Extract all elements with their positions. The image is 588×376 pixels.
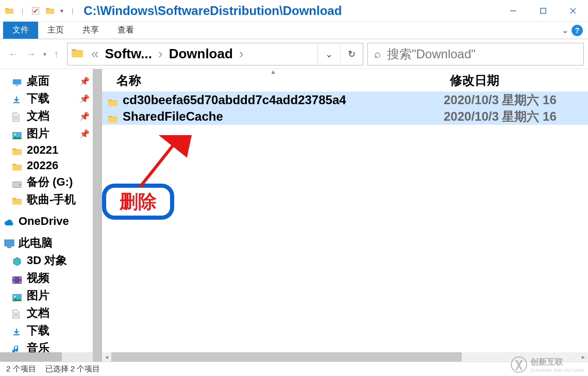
sidebar-item-label: 此电脑 <box>19 235 53 251</box>
nav-scrollbar-thumb[interactable] <box>93 69 102 203</box>
annotation-label: 删除 <box>120 189 157 215</box>
svg-rect-20 <box>20 277 21 279</box>
breadcrumb-segment[interactable]: Softw... <box>102 46 155 62</box>
annotation-callout: 删除 <box>102 184 174 220</box>
watermark: 创新互联 CHUANG XIN HU LIAN <box>511 356 584 373</box>
history-dropdown-icon[interactable]: ▾ <box>43 51 46 58</box>
refresh-button[interactable]: ↻ <box>340 43 363 65</box>
sidebar-item[interactable]: 3D 对象 <box>0 252 102 269</box>
qat-separator: | <box>20 7 25 14</box>
help-icon[interactable]: ? <box>572 25 583 36</box>
pc-icon <box>4 238 14 248</box>
download-icon <box>12 326 23 335</box>
folder-icon <box>12 161 23 170</box>
sidebar-item[interactable]: 文档 <box>0 304 102 322</box>
sidebar-item[interactable]: 备份 (G:) <box>0 173 102 191</box>
svg-point-14 <box>19 184 21 186</box>
desktop-icon <box>12 76 23 86</box>
close-button[interactable] <box>558 0 588 22</box>
nav-scrollbar-thumb[interactable] <box>93 234 102 342</box>
search-input[interactable]: ⌕ 搜索"Download" <box>367 43 584 66</box>
nav-horizontal-scrollbar[interactable] <box>0 352 93 362</box>
folder-icon <box>108 112 119 121</box>
breadcrumb-segment[interactable]: Download <box>166 46 236 62</box>
document-icon <box>12 308 23 318</box>
folder-icon <box>108 95 119 105</box>
cloud-icon <box>4 217 14 226</box>
folder-icon <box>72 48 84 60</box>
sidebar-item-label: 图片 <box>27 288 49 303</box>
folder-icon <box>12 145 23 155</box>
checkbox-icon[interactable] <box>31 7 40 15</box>
scrollbar-thumb[interactable] <box>111 352 462 362</box>
folder-icon <box>5 7 13 15</box>
tab-file[interactable]: 文件 <box>3 22 38 39</box>
file-date: 2020/10/3 星期六 16 <box>444 92 588 108</box>
file-row[interactable]: cd30beefa65d70abddd7c4add23785a42020/10/… <box>102 92 588 108</box>
back-button[interactable]: ← <box>8 48 19 60</box>
sort-indicator-icon: ▴ <box>272 69 275 75</box>
status-bar: 2 个项目 已选择 2 个项目 <box>0 362 588 376</box>
drive-icon <box>12 177 23 187</box>
maximize-button[interactable] <box>528 0 558 22</box>
sidebar-item[interactable]: 20226 <box>0 158 102 173</box>
sidebar-item[interactable]: 文档📌 <box>0 107 102 125</box>
column-headers: ▴ 名称 修改日期 <box>102 69 588 92</box>
column-header-date[interactable]: 修改日期 <box>444 69 588 91</box>
collapse-ribbon-icon[interactable]: ⌄ <box>562 25 568 35</box>
pin-icon: 📌 <box>79 111 90 121</box>
sidebar-item-thispc[interactable]: 此电脑 <box>0 234 102 252</box>
watermark-text: 创新互联 <box>530 357 584 368</box>
ribbon-tabs: 文件 主页 共享 查看 ⌄ ? <box>0 22 588 39</box>
sidebar-item[interactable]: 图片 <box>0 287 102 304</box>
sidebar-item-label: 文档 <box>27 108 49 124</box>
breadcrumb: « Softw... › Download › <box>88 46 247 62</box>
svg-rect-15 <box>5 240 14 246</box>
status-selection: 已选择 2 个项目 <box>45 364 100 374</box>
svg-rect-6 <box>15 85 18 86</box>
pin-icon: 📌 <box>79 129 90 139</box>
download-icon <box>12 94 23 103</box>
quick-access-toolbar: | ▾ | <box>0 7 75 15</box>
svg-rect-7 <box>13 102 20 103</box>
chevron-right-icon[interactable]: › <box>155 46 166 62</box>
sidebar-item[interactable]: 歌曲-手机 <box>0 191 102 208</box>
watermark-subtext: CHUANG XIN HU LIAN <box>530 368 584 373</box>
sidebar-item-label: 图片 <box>27 126 49 141</box>
sidebar-item-label: 20226 <box>27 159 58 172</box>
sidebar-item[interactable]: 图片📌 <box>0 125 102 142</box>
file-rows: cd30beefa65d70abddd7c4add23785a42020/10/… <box>102 92 588 125</box>
tab-share[interactable]: 共享 <box>73 22 108 39</box>
sidebar-item[interactable]: 视频 <box>0 269 102 287</box>
tab-home[interactable]: 主页 <box>38 22 73 39</box>
svg-point-12 <box>14 134 16 136</box>
3d-icon <box>12 256 23 265</box>
sidebar-item[interactable]: 下载 <box>0 322 102 339</box>
minimize-button[interactable] <box>498 0 528 22</box>
sidebar-item-label: 3D 对象 <box>27 253 67 268</box>
sidebar-item-label: 文档 <box>27 305 49 321</box>
file-row[interactable]: SharedFileCache2020/10/3 星期六 16 <box>102 108 588 125</box>
qat-dropdown-icon[interactable]: ▾ <box>60 7 63 14</box>
svg-rect-27 <box>13 334 20 335</box>
address-bar[interactable]: « Softw... › Download › ⌄ ↻ <box>67 43 363 66</box>
search-placeholder: 搜索"Download" <box>387 46 476 62</box>
sidebar-item-label: 桌面 <box>27 73 49 89</box>
watermark-logo-icon <box>511 356 527 373</box>
column-header-name[interactable]: ▴ 名称 <box>102 69 444 91</box>
sidebar-item[interactable]: 20221 <box>0 142 102 158</box>
breadcrumb-overflow[interactable]: « <box>88 46 102 62</box>
svg-rect-19 <box>13 282 14 283</box>
scroll-left-icon[interactable]: ◂ <box>102 353 111 361</box>
sidebar-item[interactable]: 桌面📌 <box>0 72 102 90</box>
sidebar-item[interactable]: 下载📌 <box>0 90 102 107</box>
sidebar-item-onedrive[interactable]: OneDrive <box>0 214 102 229</box>
folder-icon <box>12 195 23 204</box>
chevron-right-icon[interactable]: › <box>236 46 247 62</box>
window-controls <box>498 0 588 22</box>
forward-button[interactable]: → <box>26 48 36 60</box>
folder-small-icon[interactable] <box>46 7 54 15</box>
address-dropdown-icon[interactable]: ⌄ <box>317 43 340 65</box>
up-button[interactable]: ↑ <box>54 48 59 60</box>
tab-view[interactable]: 查看 <box>108 22 143 39</box>
